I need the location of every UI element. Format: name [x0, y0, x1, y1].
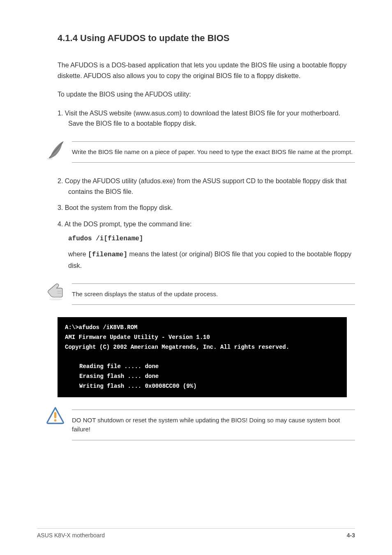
command-syntax: afudos /i[filename] [68, 235, 355, 242]
footer-left: ASUS K8V-X motherboard [37, 532, 105, 539]
step-4: 4. At the DOS prompt, type the command l… [68, 219, 355, 230]
caution-icon [45, 405, 72, 428]
caution-block: DO NOT shutdown or reset the system whil… [45, 405, 355, 440]
intro-paragraph: The AFUDOS is a DOS-based application th… [58, 60, 355, 81]
terminal-line: A:\>afudos /iK8VB.ROM [65, 323, 339, 333]
note-block-filename: Write the BIOS file name on a piece of p… [45, 137, 355, 164]
terminal-line: Copyright (C) 2002 American Megatrends, … [65, 343, 339, 352]
filename-desc-pre: where [68, 251, 88, 258]
note-block-status: The screen displays the status of the up… [45, 279, 355, 305]
filename-placeholder: [filename] [88, 251, 127, 258]
svg-rect-2 [54, 412, 56, 418]
terminal-line: Writing flash .... 0x0008CC00 (9%) [65, 382, 339, 391]
page-footer: ASUS K8V-X motherboard 4-3 [37, 528, 355, 539]
terminal-line: AMI Firmware Update Utility - Version 1.… [65, 333, 339, 343]
terminal-output: A:\>afudos /iK8VB.ROM AMI Firmware Updat… [58, 317, 347, 397]
step-3: 3. Boot the system from the floppy disk. [68, 203, 355, 213]
footer-page-number: 4-3 [347, 532, 355, 539]
caution-content: DO NOT shutdown or reset the system whil… [72, 410, 355, 440]
filename-description: where [filename] means the latest (or or… [68, 249, 355, 271]
hand-icon [45, 279, 72, 304]
note-content: The screen displays the status of the up… [72, 283, 355, 305]
section-heading: 4.1.4 Using AFUDOS to update the BIOS [58, 33, 355, 44]
svg-point-3 [54, 419, 57, 421]
svg-point-1 [49, 298, 62, 300]
note-content: Write the BIOS file name on a piece of p… [72, 141, 355, 163]
instruction-lead: To update the BIOS using the AFUDOS util… [58, 89, 355, 100]
step-2: 2. Copy the AFUDOS utility (afudos.exe) … [68, 176, 355, 197]
terminal-line: Erasing flash .... done [65, 372, 339, 382]
svg-point-0 [47, 158, 53, 160]
step-1: 1. Visit the ASUS website (www.asus.com)… [68, 108, 355, 129]
terminal-line: Reading file ..... done [65, 362, 339, 372]
feather-icon [45, 137, 72, 164]
